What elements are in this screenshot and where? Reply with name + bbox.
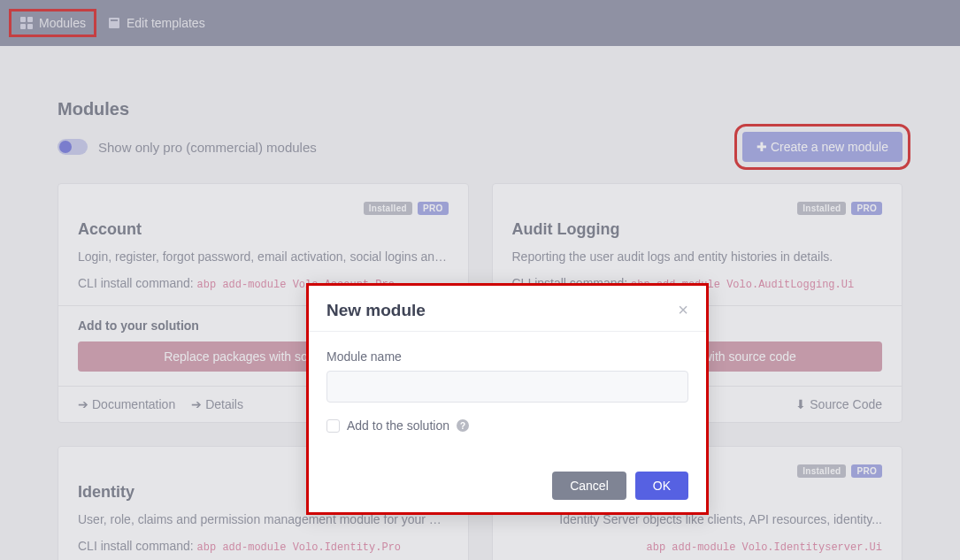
module-name-input[interactable]	[326, 371, 688, 403]
close-icon[interactable]: ×	[678, 300, 688, 320]
checkbox-label: Add to the solution	[347, 418, 449, 433]
cancel-button[interactable]: Cancel	[552, 472, 626, 500]
help-icon[interactable]: ?	[457, 419, 469, 432]
new-module-modal: New module × Module name Add to the solu…	[306, 283, 709, 515]
ok-button[interactable]: OK	[635, 472, 688, 500]
module-name-label: Module name	[326, 349, 688, 364]
add-to-solution-checkbox[interactable]	[326, 419, 340, 433]
modal-title: New module	[326, 301, 426, 320]
